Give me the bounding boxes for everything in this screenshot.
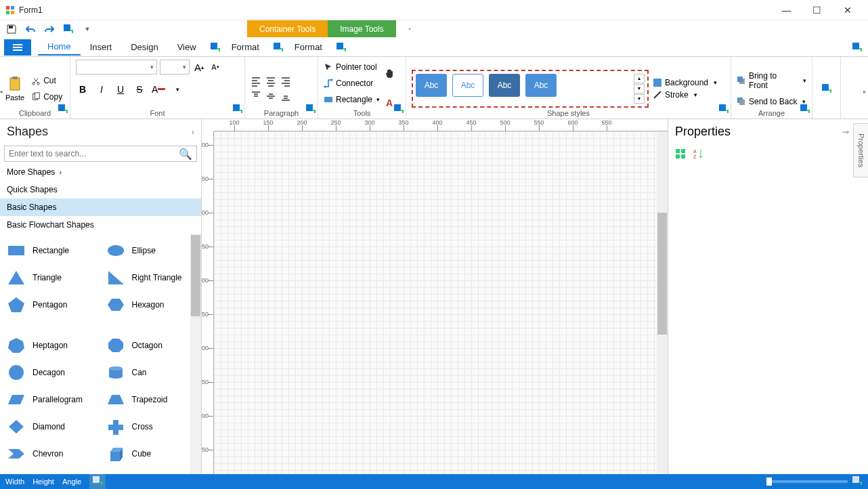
qat-dropdown-icon[interactable]: ▼ [80, 22, 95, 37]
style-swatch-3[interactable]: Abc [489, 74, 520, 97]
tab-home[interactable]: Home [38, 39, 81, 56]
align-center-icon[interactable] [265, 76, 276, 87]
categorized-view-icon[interactable] [674, 147, 687, 161]
shape-item-hexagon[interactable]: Hexagon [102, 292, 199, 318]
shape-item-can[interactable]: Can [102, 360, 199, 385]
close-button[interactable]: ✕ [832, 0, 863, 20]
align-right-icon[interactable] [280, 76, 291, 87]
tab-format-1[interactable]: Format [222, 39, 269, 55]
shape-item-trapezoid[interactable]: Trapezoid [102, 387, 199, 412]
maximize-button[interactable]: ☐ [802, 0, 832, 20]
ribbon-scroll-right-icon[interactable]: ▸ [863, 88, 867, 95]
zoom-slider[interactable] [766, 480, 848, 483]
style-swatch-1[interactable]: Abc [416, 74, 447, 97]
search-icon[interactable]: 🔍 [179, 148, 192, 161]
tab-design[interactable]: Design [121, 39, 167, 55]
italic-button[interactable]: I [95, 83, 108, 96]
redo-icon[interactable] [42, 22, 57, 37]
qat-badge-icon[interactable] [61, 22, 76, 37]
shape-item-cross[interactable]: Cross [102, 414, 199, 440]
shape-item-pentagon[interactable]: Pentagon [3, 292, 100, 318]
canvas-scrollbar[interactable] [657, 131, 668, 474]
connector-tool-button[interactable]: Connector [324, 76, 380, 91]
styles-group-label: Shape styles [406, 109, 731, 117]
font-launcher-icon[interactable] [232, 104, 243, 117]
shapes-search-input[interactable] [9, 149, 179, 158]
tab-badge-1[interactable] [209, 41, 222, 54]
send-to-back-button[interactable]: Send to Back▾ [737, 97, 806, 106]
shape-item-diamond[interactable]: Diamond [3, 414, 100, 440]
pan-tool-icon[interactable] [384, 68, 396, 80]
shape-item-right-triangle[interactable]: Right Triangle [102, 265, 199, 291]
status-badge-right-icon[interactable] [852, 475, 863, 488]
stroke-button[interactable]: Stroke▾ [653, 90, 717, 100]
background-button[interactable]: Background▾ [653, 78, 717, 87]
font-color-dropdown-icon[interactable]: ▾ [171, 83, 184, 96]
style-swatch-4[interactable]: Abc [525, 74, 557, 97]
tools-launcher-icon[interactable] [393, 104, 404, 117]
style-swatch-2[interactable]: Abc [452, 74, 483, 97]
font-size-combo[interactable]: ▾ [160, 60, 190, 75]
tab-badge-3[interactable] [334, 41, 348, 54]
arrange-launcher-icon[interactable] [800, 104, 810, 117]
copy-button[interactable]: Copy [28, 89, 65, 104]
shrink-font-icon[interactable]: A▾ [209, 60, 222, 74]
more-shapes-category[interactable]: More Shapes› [0, 163, 201, 181]
rectangle-tool-button[interactable]: Rectangle▾ [324, 92, 380, 107]
ribbon-scroll-left-icon[interactable]: ◂ [0, 88, 3, 95]
tab-insert[interactable]: Insert [81, 39, 122, 55]
properties-side-tab[interactable]: Properties [853, 123, 868, 177]
overflow-badge-icon[interactable] [821, 83, 832, 94]
file-tab[interactable] [4, 39, 31, 56]
shapes-scrollbar[interactable] [190, 234, 201, 474]
status-badge-icon[interactable] [89, 474, 106, 489]
bring-to-front-button[interactable]: Bring to Front▾ [737, 71, 806, 90]
save-icon[interactable] [4, 22, 19, 37]
shape-icon [5, 242, 27, 259]
alphabetical-view-icon[interactable]: AZ [691, 147, 705, 161]
shape-item-cube[interactable]: Cube [102, 441, 199, 467]
bold-button[interactable]: B [76, 83, 89, 96]
shape-item-chevron[interactable]: Chevron [3, 441, 100, 467]
shape-item-triangle[interactable]: Triangle [3, 265, 100, 291]
shape-item-ellipse[interactable]: Ellipse [102, 238, 199, 263]
canvas[interactable] [214, 131, 668, 474]
ribbon-collapse-icon[interactable] [850, 41, 864, 54]
shape-item-parallelogram[interactable]: Parallelogram [3, 387, 100, 412]
undo-icon[interactable] [23, 22, 38, 37]
shapes-collapse-icon[interactable]: ‹ [192, 127, 194, 137]
shape-item-heptagon[interactable]: Heptagon [3, 333, 100, 358]
shape-item-octagon[interactable]: Octagon [102, 333, 199, 358]
font-family-combo[interactable]: ▾ [76, 60, 157, 75]
align-left-icon[interactable] [251, 76, 261, 87]
tab-badge-2[interactable] [272, 41, 285, 54]
pin-icon[interactable]: ⊸ [842, 127, 849, 137]
flowchart-shapes-category[interactable]: Basic Flowchart Shapes [0, 216, 201, 234]
shape-item-decagon[interactable]: Decagon [3, 360, 100, 385]
clipboard-launcher-icon[interactable] [58, 104, 68, 117]
shapes-search[interactable]: 🔍 [4, 146, 197, 162]
styles-launcher-icon[interactable] [718, 104, 729, 117]
svg-rect-15 [852, 43, 859, 49]
pointer-tool-button[interactable]: Pointer tool [324, 60, 380, 75]
cut-button[interactable]: Cut [28, 73, 65, 88]
strike-button[interactable]: S [133, 83, 146, 96]
status-height-label: Height [32, 477, 54, 486]
font-color-button[interactable]: A [152, 83, 165, 96]
minimize-button[interactable]: — [771, 0, 802, 20]
svg-rect-33 [737, 77, 743, 82]
quick-shapes-category[interactable]: Quick Shapes [0, 181, 201, 198]
basic-shapes-category[interactable]: Basic Shapes [0, 198, 201, 216]
valign-top-icon[interactable] [251, 91, 261, 102]
context-badge-icon[interactable] [396, 20, 423, 37]
paragraph-launcher-icon[interactable] [305, 104, 316, 117]
svg-rect-21 [35, 92, 39, 98]
valign-middle-icon[interactable] [265, 91, 276, 102]
grow-font-icon[interactable]: A▴ [192, 60, 206, 74]
gallery-scroll[interactable]: ▴▾▾ [634, 74, 645, 104]
shape-item-rectangle[interactable]: Rectangle [3, 238, 100, 263]
tab-format-2[interactable]: Format [285, 39, 332, 55]
valign-bottom-icon[interactable] [280, 91, 291, 102]
underline-button[interactable]: U [114, 83, 127, 96]
tab-view[interactable]: View [168, 39, 206, 55]
